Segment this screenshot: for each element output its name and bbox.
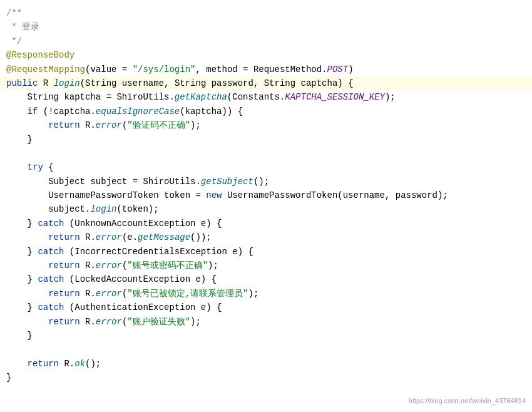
token-method: error	[96, 230, 122, 244]
token-plain: R.	[80, 230, 96, 244]
code-line: return R.error(e.getMessage());	[0, 230, 532, 244]
code-line: } catch (AuthenticationException e) {	[0, 301, 532, 314]
token-plain: (UnknownAccountException e) {	[64, 217, 222, 230]
token-plain: (AuthenticationException e) {	[64, 301, 222, 314]
token-plain: (String username, String password, Strin…	[80, 76, 354, 90]
token-string: "/sys/login"	[133, 63, 196, 76]
token-string-cn: "账号或密码不正确"	[127, 259, 208, 272]
code-line: @RequestMapping(value = "/sys/login", me…	[0, 63, 532, 76]
token-plain: subject.	[6, 202, 90, 216]
token-plain: (	[122, 118, 127, 132]
token-method: getMessage	[138, 230, 190, 244]
token-string-cn: "账号已被锁定,请联系管理员"	[127, 287, 248, 301]
token-kw: if	[28, 105, 38, 118]
token-plain	[6, 105, 28, 118]
token-plain	[6, 287, 48, 301]
token-plain: ();	[85, 357, 101, 371]
code-line: */	[0, 34, 532, 48]
token-kw: return	[48, 287, 79, 301]
token-method: login	[90, 202, 116, 216]
token-kw: catch	[38, 245, 64, 259]
code-line: }	[0, 371, 532, 384]
token-plain: (	[122, 259, 127, 272]
token-plain: R.	[80, 287, 96, 301]
token-plain: }	[6, 217, 38, 230]
token-plain: ());	[190, 230, 212, 244]
code-line: }	[0, 329, 532, 342]
token-plain: }	[6, 272, 38, 286]
token-plain: }	[6, 371, 11, 384]
token-kw: new	[206, 188, 222, 202]
token-plain: (IncorrectCredentialsException e) {	[64, 245, 253, 259]
token-plain	[6, 259, 48, 272]
token-plain: , method = RequestMethod.	[195, 63, 327, 76]
token-method: equalsIgnoreCase	[96, 105, 180, 118]
token-comment: */	[6, 34, 22, 48]
token-plain: );	[208, 259, 218, 272]
token-plain: (token);	[116, 202, 158, 216]
token-annotation: @ResponseBody	[6, 48, 74, 62]
code-line: Subject subject = ShiroUtils.getSubject(…	[0, 175, 532, 188]
token-plain: (	[122, 315, 127, 329]
token-plain	[6, 118, 48, 132]
token-method: getKaptcha	[175, 90, 227, 104]
code-line: return R.ok();	[0, 357, 532, 371]
token-plain: (Constants.	[227, 90, 285, 104]
token-plain	[6, 315, 48, 329]
token-plain: );	[190, 118, 201, 132]
token-plain	[6, 357, 28, 371]
code-line	[0, 342, 532, 356]
token-method: error	[96, 287, 122, 301]
token-plain: R.	[80, 259, 96, 272]
code-line: /**	[0, 6, 532, 20]
code-line: } catch (LockedAccountException e) {	[0, 272, 532, 286]
code-line: return R.error("验证码不正确");	[0, 118, 532, 132]
code-line: return R.error("账号或密码不正确");	[0, 259, 532, 272]
token-plain: );	[248, 287, 259, 301]
token-kw: public	[6, 76, 38, 90]
token-annotation: @RequestMapping	[6, 63, 85, 76]
token-kw: return	[48, 259, 79, 272]
token-kw: return	[48, 118, 79, 132]
code-block: /** * 登录 */@ResponseBody@RequestMapping(…	[0, 6, 532, 385]
code-container: /** * 登录 */@ResponseBody@RequestMapping(…	[0, 0, 532, 412]
token-kw: return	[48, 315, 79, 329]
token-plain: (kaptcha)) {	[180, 105, 243, 118]
token-kw: catch	[38, 301, 64, 314]
code-line: if (!captcha.equalsIgnoreCase(kaptcha)) …	[0, 105, 532, 118]
token-plain: Subject subject = ShiroUtils.	[6, 175, 201, 188]
token-kw: return	[48, 230, 79, 244]
token-method: error	[96, 259, 122, 272]
code-line: return R.error("账户验证失败");	[0, 315, 532, 329]
token-plain: }	[6, 133, 33, 147]
token-method: ok	[74, 357, 85, 371]
token-plain: R	[38, 76, 53, 90]
code-line: @ResponseBody	[0, 48, 532, 62]
token-plain: }	[6, 301, 38, 314]
token-method: login	[54, 76, 80, 90]
code-line: return R.error("账号已被锁定,请联系管理员");	[0, 287, 532, 301]
token-plain: (e.	[122, 230, 138, 244]
token-plain: UsernamePasswordToken token =	[6, 188, 206, 202]
token-plain: (LockedAccountException e) {	[64, 272, 217, 286]
token-kw: catch	[38, 217, 64, 230]
token-plain: )	[348, 63, 353, 76]
token-kw: catch	[38, 272, 64, 286]
code-line: subject.login(token);	[0, 202, 532, 216]
token-string-cn: "验证码不正确"	[127, 118, 190, 132]
token-plain: UsernamePasswordToken(username, password…	[222, 188, 448, 202]
token-plain: (value =	[85, 63, 133, 76]
code-line: } catch (UnknownAccountException e) {	[0, 217, 532, 230]
code-line: UsernamePasswordToken token = new Userna…	[0, 188, 532, 202]
token-comment: * 登录	[6, 20, 39, 34]
token-method: error	[96, 315, 122, 329]
code-line: }	[0, 133, 532, 147]
token-method: error	[96, 118, 122, 132]
token-plain: R.	[80, 315, 96, 329]
code-line: } catch (IncorrectCredentialsException e…	[0, 245, 532, 259]
token-string-cn: "账户验证失败"	[127, 315, 190, 329]
token-plain: );	[385, 90, 396, 104]
code-line	[0, 147, 532, 160]
token-plain: }	[6, 329, 33, 342]
token-method: getSubject	[201, 175, 253, 188]
